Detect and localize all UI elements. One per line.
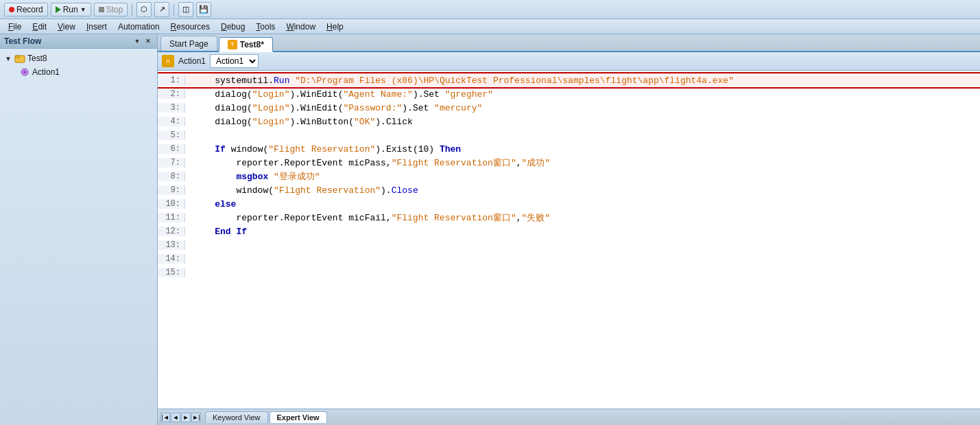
- tree-item-action1[interactable]: Action1: [3, 65, 154, 79]
- sidebar-title: Test Flow: [4, 36, 41, 46]
- action-bar: A Action1 Action1: [158, 52, 980, 71]
- svg-rect-1: [15, 56, 19, 58]
- code-content-3: dialog("Login").WinEdit("Password:").Set…: [185, 103, 482, 113]
- line-num-5: 5:: [158, 130, 185, 140]
- line-num-12: 12:: [158, 227, 185, 236]
- sidebar-pin-button[interactable]: ▼: [132, 36, 142, 46]
- tab-start-page[interactable]: Start Page: [160, 36, 217, 51]
- line-num-6: 6:: [158, 144, 185, 154]
- content-area: Start Page T Test8* A Action1 Action1 1:: [158, 34, 980, 425]
- toolbar-icon-3[interactable]: ◫: [178, 2, 193, 17]
- code-line-7: 7: reporter.ReportEvent micPass,"Flight …: [158, 156, 980, 170]
- line-num-11: 11:: [158, 213, 185, 222]
- code-line-8: 8: msgbox "登录成功": [158, 170, 980, 183]
- code-line-6: 6: If window("Flight Reservation").Exist…: [158, 142, 980, 156]
- record-label: Record: [16, 5, 43, 14]
- code-line-3: 3: dialog("Login").WinEdit("Password:").…: [158, 101, 980, 115]
- code-content-2: dialog("Login").WinEdit("Agent Name:").S…: [185, 89, 493, 100]
- menu-view[interactable]: View: [52, 21, 81, 33]
- expert-view-label: Expert View: [277, 413, 320, 422]
- tree-label-test8: Test8: [27, 54, 47, 63]
- expand-icon-test8: ▼: [4, 55, 12, 62]
- toolbar-icon-4[interactable]: 💾: [196, 2, 211, 17]
- menu-insert[interactable]: Insert: [81, 21, 112, 33]
- menu-tools[interactable]: Tools: [250, 21, 280, 33]
- line-num-15: 15:: [158, 268, 185, 277]
- keyword-view-label: Keyword View: [213, 413, 261, 422]
- action-name-label: Action1: [176, 56, 208, 67]
- run-dropdown-icon: ▼: [80, 6, 86, 13]
- menu-edit[interactable]: Edit: [27, 21, 52, 33]
- stop-label: Stop: [106, 5, 123, 14]
- code-line-15: 15:: [158, 266, 980, 279]
- record-dot-icon: [9, 7, 14, 12]
- code-line-1: 1: systemutil.Run "D:\Program Files (x86…: [158, 73, 980, 87]
- line-num-1: 1:: [158, 76, 185, 85]
- menu-file[interactable]: File: [3, 21, 27, 33]
- line-num-2: 2:: [158, 89, 185, 99]
- separator-2: [174, 3, 174, 16]
- menu-debug[interactable]: Debug: [215, 21, 250, 33]
- sidebar-auto-hide-button[interactable]: ✕: [143, 36, 153, 46]
- tree-label-action1: Action1: [32, 67, 60, 77]
- line-num-4: 4:: [158, 117, 185, 126]
- code-line-12: 12: End If: [158, 225, 980, 238]
- code-content-1: systemutil.Run "D:\Program Files (x86)\H…: [185, 76, 734, 86]
- line-num-8: 8:: [158, 172, 185, 181]
- tab-keyword-view[interactable]: Keyword View: [205, 411, 268, 423]
- test-flow-panel: Test Flow ▼ ✕ ▼ Test8: [0, 34, 158, 425]
- test8-folder-icon: [14, 53, 25, 64]
- code-content-7: reporter.ReportEvent micPass,"Flight Res…: [185, 157, 550, 169]
- record-button[interactable]: Record: [4, 3, 48, 16]
- action-dropdown[interactable]: A Action1 Action1: [162, 54, 259, 68]
- code-editor[interactable]: 1: systemutil.Run "D:\Program Files (x86…: [158, 71, 980, 409]
- nav-prev-button[interactable]: ◄: [171, 413, 180, 422]
- toolbar-icon-1[interactable]: ⬡: [136, 2, 152, 17]
- code-line-13: 13:: [158, 238, 980, 252]
- code-line-11: 11: reporter.ReportEvent micFail,"Flight…: [158, 211, 980, 225]
- action-select[interactable]: Action1: [210, 54, 259, 68]
- nav-last-button[interactable]: ►|: [191, 413, 201, 422]
- sidebar-header: Test Flow ▼ ✕: [0, 34, 157, 49]
- toolbar-icon-2[interactable]: ↗: [154, 2, 169, 17]
- code-line-5: 5:: [158, 128, 980, 142]
- code-content-6: If window("Flight Reservation").Exist(10…: [185, 144, 461, 154]
- menu-automation[interactable]: Automation: [112, 21, 165, 33]
- play-icon: [56, 6, 61, 13]
- tree-item-test8[interactable]: ▼ Test8: [3, 51, 154, 65]
- code-content-11: reporter.ReportEvent micFail,"Flight Res…: [185, 211, 550, 224]
- code-line-14: 14:: [158, 252, 980, 266]
- svg-point-4: [24, 71, 26, 73]
- nav-next-button[interactable]: ►: [181, 413, 191, 422]
- menu-help[interactable]: Help: [321, 21, 349, 33]
- menu-bar: File Edit View Insert Automation Resourc…: [0, 19, 980, 34]
- start-page-label: Start Page: [169, 39, 208, 49]
- menu-window[interactable]: Window: [280, 21, 321, 33]
- tab-test8[interactable]: T Test8*: [219, 37, 273, 52]
- run-button[interactable]: Run ▼: [51, 3, 91, 16]
- nav-first-button[interactable]: |◄: [160, 413, 170, 422]
- code-content-8: msgbox "登录成功": [185, 170, 320, 183]
- test8-tab-label: Test8*: [240, 40, 264, 49]
- stop-button[interactable]: Stop: [94, 3, 128, 16]
- code-content-10: else: [185, 199, 236, 209]
- main-area: Test Flow ▼ ✕ ▼ Test8: [0, 34, 980, 425]
- separator-1: [132, 3, 132, 16]
- code-content-12: End If: [185, 227, 247, 237]
- action1-icon: [19, 67, 30, 78]
- tab-bar: Start Page T Test8*: [158, 34, 980, 52]
- tab-expert-view[interactable]: Expert View: [270, 411, 327, 423]
- sidebar-tree: ▼ Test8 Action1: [0, 49, 157, 425]
- sidebar-controls: ▼ ✕: [132, 36, 153, 46]
- test8-tab-icon: T: [228, 40, 237, 49]
- run-label: Run: [63, 5, 78, 14]
- bottom-nav: |◄ ◄ ► ►|: [160, 413, 201, 422]
- stop-square-icon: [99, 7, 104, 12]
- code-line-2: 2: dialog("Login").WinEdit("Agent Name:"…: [158, 87, 980, 101]
- line-num-3: 3:: [158, 103, 185, 113]
- line-num-13: 13:: [158, 240, 185, 250]
- toolbar: Record Run ▼ Stop ⬡ ↗ ◫ 💾: [0, 0, 980, 19]
- menu-resources[interactable]: Resources: [165, 21, 215, 33]
- line-num-7: 7:: [158, 158, 185, 168]
- action-dropdown-icon: A: [162, 55, 174, 67]
